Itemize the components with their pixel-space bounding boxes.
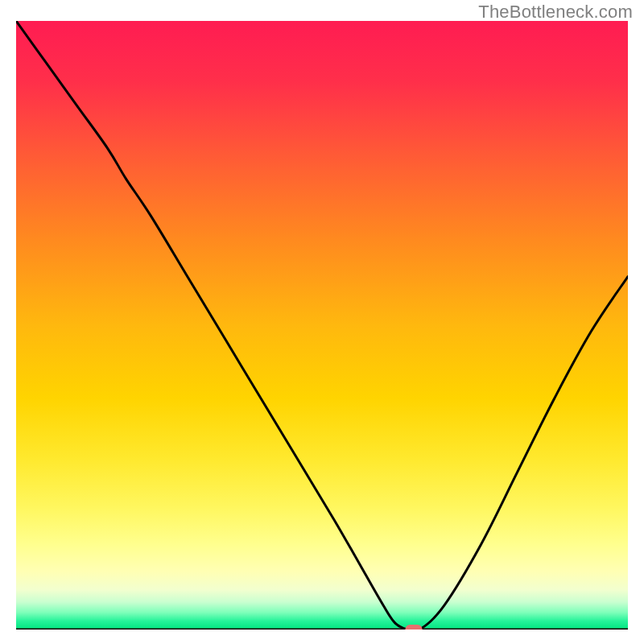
- bottleneck-chart: [0, 0, 644, 644]
- chart-stage: TheBottleneck.com: [0, 0, 644, 644]
- optimal-point-marker: [405, 625, 422, 634]
- gradient-background: [16, 21, 628, 630]
- watermark-label: TheBottleneck.com: [478, 2, 633, 23]
